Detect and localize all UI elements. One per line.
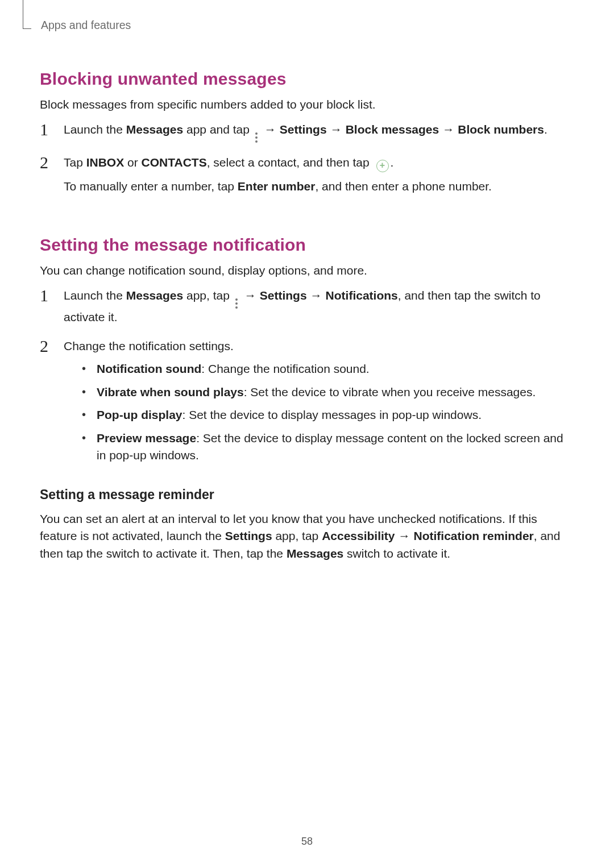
text: . [391, 156, 394, 169]
bold-text: CONTACTS [142, 156, 207, 169]
page-content: Blocking unwanted messages Block message… [40, 54, 574, 570]
step-number: 1 [40, 287, 53, 331]
bullet-label: Vibrate when sound plays [97, 385, 244, 398]
breadcrumb: Apps and features [41, 17, 131, 33]
bold-text: Notification reminder [414, 529, 534, 542]
section-lead-notification: You can change notification sound, displ… [40, 262, 574, 279]
text: , select a contact, and then tap [207, 156, 373, 169]
list-item: Preview message: Set the device to displ… [64, 430, 574, 464]
page-number: 58 [0, 834, 614, 849]
bold-text: Settings [225, 529, 272, 542]
list-item: Vibrate when sound plays: Set the device… [64, 384, 574, 401]
nav-path: Notifications [326, 289, 398, 302]
text: Tap [64, 156, 86, 169]
arrow-icon: → [264, 123, 276, 136]
step-text: Change the notification settings. [64, 338, 574, 355]
bullet-text: : Set the device to display messages in … [182, 408, 482, 421]
step-body: Change the notification settings. Notifi… [64, 338, 574, 470]
step-body: Launch the Messages app and tap →Setting… [64, 121, 574, 148]
list-item: Notification sound: Change the notificat… [64, 360, 574, 377]
step-number: 2 [40, 154, 53, 201]
bullet-text: : Change the notification sound. [201, 362, 369, 375]
step-notif-1: 1 Launch the Messages app, tap →Settings… [40, 287, 574, 331]
list-item: Pop-up display: Set the device to displa… [64, 406, 574, 423]
subsection-title-reminder: Setting a message reminder [40, 485, 574, 504]
nav-path: Block messages [346, 123, 439, 136]
more-options-icon [235, 298, 239, 309]
text: or [124, 156, 141, 169]
reminder-text: You can set an alert at an interval to l… [40, 510, 574, 562]
text: app, tap [183, 289, 233, 302]
arrow-icon: → [310, 289, 322, 302]
nav-path: Settings [260, 289, 307, 302]
arrow-icon: → [244, 289, 256, 302]
bold-text: Messages [287, 547, 343, 560]
bullet-label: Notification sound [97, 362, 201, 375]
section-title-blocking: Blocking unwanted messages [40, 67, 574, 92]
arrow-icon: → [330, 123, 342, 136]
bullet-label: Preview message [97, 431, 196, 445]
bold-text: Enter number [238, 180, 316, 193]
step-body: Launch the Messages app, tap →Settings→N… [64, 287, 574, 331]
bold-text: Accessibility [322, 529, 395, 542]
bold-text: INBOX [86, 156, 125, 169]
text: To manually enter a number, tap [64, 180, 238, 193]
add-icon [376, 160, 389, 172]
step-number: 2 [40, 338, 53, 470]
settings-list: Notification sound: Change the notificat… [64, 360, 574, 464]
bold-text: Messages [126, 289, 183, 302]
bullet-label: Pop-up display [97, 408, 182, 421]
step-block-1: 1 Launch the Messages app and tap →Setti… [40, 121, 574, 148]
text: app, tap [272, 529, 322, 542]
step-body: Tap INBOX or CONTACTS, select a contact,… [64, 154, 574, 201]
arrow-icon: → [399, 529, 410, 542]
bold-text: Messages [126, 123, 183, 136]
step-text: To manually enter a number, tap Enter nu… [64, 178, 574, 195]
nav-path: Block numbers [458, 123, 544, 136]
step-text: Tap INBOX or CONTACTS, select a contact,… [64, 154, 574, 172]
step-text: Launch the Messages app and tap →Setting… [64, 121, 574, 143]
text: switch to activate it. [343, 547, 450, 560]
text: Launch the [64, 289, 126, 302]
text: . [544, 123, 547, 136]
step-block-2: 2 Tap INBOX or CONTACTS, select a contac… [40, 154, 574, 201]
text: app and tap [183, 123, 253, 136]
page-corner-mark [23, 0, 31, 29]
more-options-icon [255, 132, 259, 143]
nav-path: Settings [280, 123, 327, 136]
bullet-text: : Set the device to vibrate when you rec… [244, 385, 536, 398]
arrow-icon: → [442, 123, 454, 136]
step-text: Launch the Messages app, tap →Settings→N… [64, 287, 574, 326]
section-lead-blocking: Block messages from specific numbers add… [40, 96, 574, 113]
text: Launch the [64, 123, 126, 136]
section-title-notification: Setting the message notification [40, 232, 574, 258]
text: , and then enter a phone number. [315, 180, 492, 193]
step-number: 1 [40, 121, 53, 148]
step-notif-2: 2 Change the notification settings. Noti… [40, 338, 574, 470]
